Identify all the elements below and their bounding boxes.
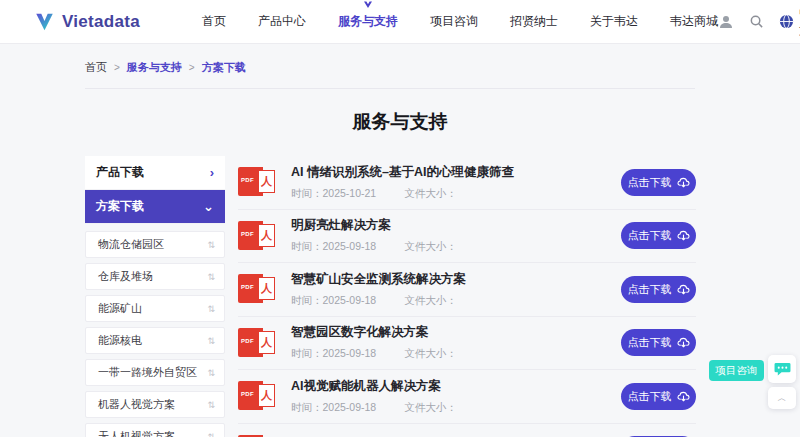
pdf-file-icon: PDF 人 xyxy=(238,433,278,437)
sidebar-item-robot-vision[interactable]: 机器人视觉方案 ⇅ xyxy=(85,391,225,418)
active-nav-v-icon xyxy=(363,1,372,9)
download-cloud-icon xyxy=(677,177,690,188)
sidebar-section-product-downloads[interactable]: 产品下载 › xyxy=(85,156,225,190)
globe-icon xyxy=(779,14,794,29)
list-item-icon: ⇅ xyxy=(207,400,215,410)
list-item-icon: ⇅ xyxy=(207,336,215,346)
download-cloud-icon xyxy=(677,284,690,295)
brand-name: Vietadata xyxy=(62,12,140,32)
collapse-widget-button[interactable]: ︿ xyxy=(768,387,796,409)
download-row: PDF 人 AI视觉赋能无人机解决方案 点击下载 xyxy=(238,424,696,437)
list-item-icon: ⇅ xyxy=(207,432,215,437)
search-icon[interactable] xyxy=(749,14,764,29)
download-row: PDF 人 AI视觉赋能机器人解决方案 时间：2025-09-18 文件大小： … xyxy=(238,370,696,424)
pdf-file-icon: PDF 人 xyxy=(238,326,278,360)
list-item-icon: ⇅ xyxy=(207,304,215,314)
download-button[interactable]: 点击下载 xyxy=(621,383,696,410)
download-title[interactable]: 智慧矿山安全监测系统解决方案 xyxy=(291,271,466,288)
nav-item-consult[interactable]: 项目咨询 xyxy=(430,13,478,30)
download-row: PDF 人 智慧矿山安全监测系统解决方案 时间：2025-09-18 文件大小：… xyxy=(238,263,696,317)
breadcrumb-separator: > xyxy=(189,62,195,73)
nav-item-mall[interactable]: 韦达商城 xyxy=(670,13,718,30)
user-icon[interactable] xyxy=(718,14,734,30)
main-nav: 首页 产品中心 服务与支持 项目咨询 招贤纳士 关于韦达 韦达商城 xyxy=(202,13,718,30)
breadcrumb-downloads[interactable]: 方案下载 xyxy=(202,60,246,75)
nav-item-about[interactable]: 关于韦达 xyxy=(590,13,638,30)
download-cloud-icon xyxy=(677,337,690,348)
language-switcher[interactable]: 中文 ∨ xyxy=(779,5,800,39)
chevron-up-icon: ︿ xyxy=(778,392,787,405)
download-button[interactable]: 点击下载 xyxy=(621,329,696,356)
download-meta: 时间：2025-09-18 文件大小： xyxy=(291,347,457,361)
breadcrumb-support[interactable]: 服务与支持 xyxy=(127,60,182,75)
top-navbar: Vietadata 首页 产品中心 服务与支持 项目咨询 招贤纳士 关于韦达 韦… xyxy=(0,0,800,44)
download-list: PDF 人 AI 情绪识别系统–基于AI的心理健康筛查 时间：2025-10-2… xyxy=(238,156,696,437)
sidebar-item-list: 物流仓储园区 ⇅ 仓库及堆场 ⇅ 能源矿山 ⇅ 能源核电 ⇅ 一带一路境外自贸区… xyxy=(85,231,225,437)
nav-item-products[interactable]: 产品中心 xyxy=(258,13,306,30)
download-cloud-icon xyxy=(677,230,690,241)
pdf-file-icon: PDF 人 xyxy=(238,219,278,253)
pdf-file-icon: PDF 人 xyxy=(238,272,278,306)
sidebar-item-warehouse-yard[interactable]: 仓库及堆场 ⇅ xyxy=(85,263,225,290)
chat-bubble-icon xyxy=(774,362,791,377)
sidebar-item-logistics-park[interactable]: 物流仓储园区 ⇅ xyxy=(85,231,225,258)
download-row: PDF 人 智慧园区数字化解决方案 时间：2025-09-18 文件大小： 点击… xyxy=(238,317,696,371)
chevron-down-icon: ⌄ xyxy=(203,199,214,214)
download-title[interactable]: AI 情绪识别系统–基于AI的心理健康筛查 xyxy=(291,164,514,181)
sidebar-section-solution-downloads[interactable]: 方案下载 ⌄ xyxy=(85,190,225,224)
pdf-file-icon: PDF 人 xyxy=(238,165,278,199)
download-meta: 时间：2025-10-21 文件大小： xyxy=(291,187,514,201)
page-title: 服务与支持 xyxy=(85,109,715,135)
sidebar-item-belt-road-ftz[interactable]: 一带一路境外自贸区 ⇅ xyxy=(85,359,225,386)
download-title[interactable]: 明厨亮灶解决方案 xyxy=(291,217,457,234)
download-cloud-icon xyxy=(677,391,690,402)
download-button[interactable]: 点击下载 xyxy=(621,276,696,303)
download-row: PDF 人 AI 情绪识别系统–基于AI的心理健康筛查 时间：2025-10-2… xyxy=(238,156,696,210)
brand-v-icon xyxy=(33,11,56,33)
download-meta: 时间：2025-09-18 文件大小： xyxy=(291,401,457,415)
pdf-file-icon: PDF 人 xyxy=(238,379,278,413)
breadcrumb: 首页 > 服务与支持 > 方案下载 xyxy=(85,60,695,89)
list-item-icon: ⇅ xyxy=(207,240,215,250)
download-button[interactable]: 点击下载 xyxy=(621,169,696,196)
project-consult-button[interactable]: 项目咨询 xyxy=(709,360,764,381)
breadcrumb-home[interactable]: 首页 xyxy=(85,60,107,75)
content-area: 产品下载 › 方案下载 ⌄ 物流仓储园区 ⇅ 仓库及堆场 ⇅ 能源矿山 ⇅ 能源… xyxy=(85,156,800,437)
nav-item-careers[interactable]: 招贤纳士 xyxy=(510,13,558,30)
brand-logo[interactable]: Vietadata xyxy=(33,11,140,33)
download-button[interactable]: 点击下载 xyxy=(621,222,696,249)
download-title[interactable]: AI视觉赋能机器人解决方案 xyxy=(291,378,457,395)
download-sidebar: 产品下载 › 方案下载 ⌄ 物流仓储园区 ⇅ 仓库及堆场 ⇅ 能源矿山 ⇅ 能源… xyxy=(85,156,225,437)
download-meta: 时间：2025-09-18 文件大小： xyxy=(291,294,466,308)
list-item-icon: ⇅ xyxy=(207,272,215,282)
sidebar-item-nuclear-power[interactable]: 能源核电 ⇅ xyxy=(85,327,225,354)
chevron-right-icon: › xyxy=(210,165,214,180)
header-actions: 中文 ∨ xyxy=(718,5,800,39)
download-meta: 时间：2025-09-18 文件大小： xyxy=(291,240,457,254)
breadcrumb-separator: > xyxy=(114,62,120,73)
list-item-icon: ⇅ xyxy=(207,368,215,378)
download-title[interactable]: 智慧园区数字化解决方案 xyxy=(291,324,457,341)
sidebar-item-energy-mining[interactable]: 能源矿山 ⇅ xyxy=(85,295,225,322)
download-row: PDF 人 明厨亮灶解决方案 时间：2025-09-18 文件大小： 点击下载 xyxy=(238,210,696,264)
sidebar-item-drone-vision[interactable]: 无人机视觉方案 ⇅ xyxy=(85,423,225,437)
nav-item-support[interactable]: 服务与支持 xyxy=(338,13,398,30)
chat-widget-button[interactable] xyxy=(768,355,796,383)
nav-item-home[interactable]: 首页 xyxy=(202,13,226,30)
